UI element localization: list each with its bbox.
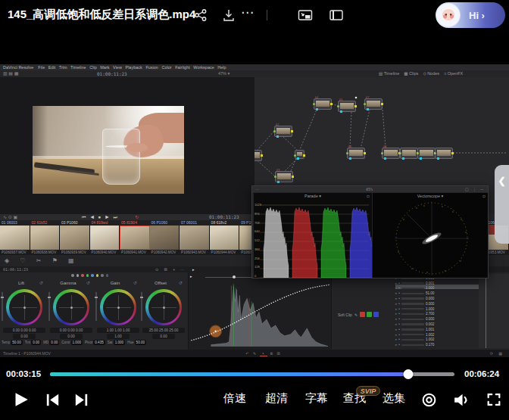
gamma-y-slider	[48, 292, 50, 321]
pip-icon[interactable]	[298, 8, 313, 22]
speed-button[interactable]: 倍速	[223, 391, 246, 406]
clip-preview-image	[33, 106, 184, 194]
lift-y-slider	[2, 292, 3, 321]
progress-row: 00:03:15 00:06:24	[0, 367, 509, 384]
clip-header-label: 04 819wd	[90, 220, 120, 226]
node-input-dot	[273, 130, 276, 132]
download-icon[interactable]	[222, 8, 237, 22]
scopes-menu-dots: ⋯	[255, 186, 259, 192]
clip-filename: P1060944.MOV	[210, 250, 240, 255]
parameter-name-bar	[401, 323, 424, 325]
palette-dot	[106, 274, 109, 277]
ruler-timecode: 01:00:11:23	[3, 266, 28, 272]
gamma-values: 0.00 0.00 0.00	[50, 328, 92, 333]
resolve-toolbar: ▥ ▤ ▦ 01:00:11:23 47% ▾ ▤ Timeline ▦ Cli…	[0, 70, 509, 77]
node-label: 02	[276, 123, 279, 126]
palette-dot	[91, 274, 94, 277]
status-right-icons: ⟳ ▦	[490, 350, 504, 357]
transport-play-icons: ⏮ ◀ ⏹ ▶ ⏭	[82, 214, 119, 220]
keyframe-row: ▸ • 1.001	[395, 327, 479, 332]
gamma-label: Gamma	[50, 281, 86, 285]
seek-bar-thumb[interactable]	[403, 369, 413, 379]
viewer-mode-icons: ▥ ▤ ▦	[3, 70, 18, 77]
offset-y-slider	[141, 292, 142, 321]
quality-button[interactable]: 超清	[265, 391, 288, 406]
node-input-dot	[313, 103, 315, 105]
node-label: 06	[348, 145, 351, 148]
offset-master: 0.00	[152, 334, 175, 339]
resolve-viewer-panel	[0, 77, 254, 214]
svip-badge: SVIP	[356, 386, 380, 396]
adjustment-value: 0.00	[31, 340, 41, 345]
grade-node: 07	[364, 98, 383, 110]
node-label: 03	[276, 168, 279, 172]
active-curve-mode-icon: ◔	[260, 351, 267, 356]
scopes-window: ⋯ 45% ▢ ⋮ ─ Parade ▾ ⛭ 10238967686405123…	[251, 185, 489, 278]
player-top-bar: 145_高调低饱和低反差日系调色.mp4 ⋯	[0, 0, 509, 30]
subtitles-button[interactable]: 字幕	[305, 391, 328, 406]
transport-left-icons: ∿ ⊙ ▣	[3, 214, 17, 220]
lift-values: 0.00 0.00 0.00	[3, 328, 45, 333]
player-control-bar: 倍速 超清 字幕 SVIP 查找 选集	[0, 386, 509, 420]
total-time: 00:06:24	[464, 369, 499, 378]
parameter-value: 0.170	[426, 343, 435, 347]
resolve-menu-bar: DaVinci Resolve File Edit Trim Timeline …	[0, 64, 509, 70]
current-time: 00:03:15	[6, 369, 41, 378]
clip-header-label: 03 P1060	[60, 220, 90, 226]
adjustment-label: Pivot	[85, 341, 92, 344]
grade-node: 02	[274, 126, 292, 137]
color-page-header-tools: ▤ Timeline ▦ Clips ◇ Nodes ⌗ OpenFX	[379, 70, 463, 77]
previous-episode-button[interactable]	[44, 391, 61, 412]
adjustment-value: 1.000	[71, 340, 83, 345]
next-episode-button[interactable]	[73, 391, 90, 412]
viewer-timecode: 01:00:11:23	[97, 70, 127, 77]
avatar	[437, 4, 460, 26]
parameter-name-bar	[401, 319, 424, 321]
node-thumbnail	[276, 128, 290, 134]
gain-values: 1.00 1.00 1.00	[97, 328, 139, 333]
grade-node	[435, 148, 453, 159]
node-output-dot	[261, 154, 263, 157]
grade-node: 08	[382, 148, 400, 159]
record-ring-icon[interactable]	[420, 391, 438, 412]
timeline-timecode: 01:00:11:23	[209, 214, 239, 220]
parameter-name-bar	[401, 282, 424, 285]
account-pill[interactable]: Hi ›	[436, 2, 505, 28]
grading-panels: Lift Gamma Gain Offset ↺ ↺ ↺ ↺ 0.00 0.00…	[0, 272, 509, 350]
volume-icon[interactable]	[452, 390, 471, 412]
node-thumbnail	[420, 150, 433, 156]
clip-thumbnail	[90, 226, 120, 250]
keyframe-row: ▸ • 1.002	[395, 338, 479, 343]
parameter-value: 0.000	[426, 317, 435, 321]
palette-dot	[81, 274, 84, 277]
parameter-value: 0.001	[426, 282, 435, 285]
gamma-master: 0.00	[60, 334, 83, 339]
keyframe-timeline	[479, 274, 509, 348]
side-panel-toggle[interactable]: ❮	[495, 165, 509, 244]
palette-dot	[96, 274, 99, 277]
keyframe-row: ▸ • 0.002	[395, 322, 479, 327]
more-icon[interactable]: ⋯	[241, 5, 254, 20]
parameter-name-bar	[401, 328, 424, 331]
grade-node	[400, 148, 418, 159]
share-icon[interactable]	[193, 8, 208, 22]
clip-header-label: 06 P1060	[150, 220, 180, 226]
parameter-value: 2.700	[426, 312, 435, 316]
keyframe-row: ▸ • 0.000	[395, 296, 479, 301]
seek-bar[interactable]	[50, 372, 454, 376]
parameter-name-bar	[401, 339, 424, 341]
palette-icon-dots	[71, 274, 108, 277]
node-thumbnail	[402, 150, 416, 156]
clip-channel-swatch	[367, 312, 372, 317]
episodes-button[interactable]: 选集	[383, 391, 405, 406]
fullscreen-icon[interactable]	[486, 391, 502, 411]
mini-window-icon[interactable]	[329, 8, 344, 22]
chevron-left-icon: ❮	[498, 176, 505, 186]
play-button[interactable]	[11, 390, 30, 412]
clip-header-label: 08 618v2	[210, 220, 240, 226]
video-content-area[interactable]: DaVinci Resolve File Edit Trim Timeline …	[0, 30, 509, 367]
vectorscope-title: Vectorscope ▾	[373, 194, 488, 198]
color-wheels-panel: Lift Gamma Gain Offset ↺ ↺ ↺ ↺ 0.00 0.00…	[0, 272, 186, 350]
parameter-name-bar	[401, 344, 424, 347]
grade-node	[417, 148, 436, 159]
